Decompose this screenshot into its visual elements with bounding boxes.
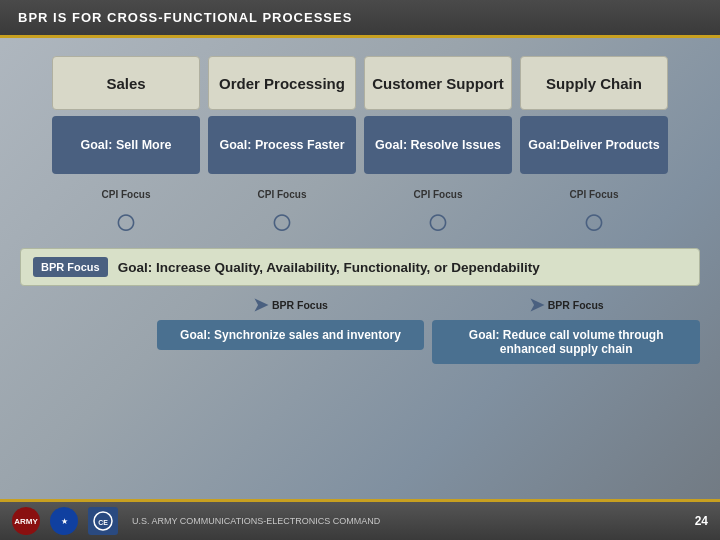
footer: ARMY ★ CE U.S. ARMY COMMUNICATIONS-ELECT… [0,502,720,540]
cpi-circle-supply: ○ [520,202,668,240]
bottom-row: ➤ BPR Focus Goal: Synchronize sales and … [20,294,700,364]
cpi-circle-order: ○ [208,202,356,240]
svg-text:CE: CE [98,519,108,526]
columns-row: Sales Goal: Sell More CPI Focus ○ Order … [20,56,700,242]
gold-bar [0,499,720,502]
bpr-goal-box-left: Goal: Synchronize sales and inventory [157,320,425,350]
bottom-bpr-left: ➤ BPR Focus Goal: Synchronize sales and … [157,294,425,364]
footer-org-text: U.S. ARMY COMMUNICATIONS-ELECTRONICS COM… [132,516,380,526]
cpi-circle-customer: ○ [364,202,512,240]
bpr-goal-box-right: Goal: Reduce call volume through enhance… [432,320,700,364]
bottom-spacer [20,294,149,364]
column-order-processing: Order Processing Goal: Process Faster CP… [208,56,356,242]
bpr-focus-bar: BPR Focus Goal: Increase Quality, Availa… [20,248,700,286]
bpr-arrow-left: ➤ BPR Focus [253,294,328,316]
cpi-area-sales: CPI Focus ○ [52,180,200,242]
logo-cecom: CE [88,507,118,535]
column-customer-support: Customer Support Goal: Resolve Issues CP… [364,56,512,242]
goal-box-customer: Goal: Resolve Issues [364,116,512,174]
cpi-circle-sales: ○ [52,202,200,240]
col-header-customer: Customer Support [364,56,512,110]
arrow-right-icon-2: ➤ [529,294,544,316]
col-header-supply: Supply Chain [520,56,668,110]
cecom-icon: CE [92,510,114,532]
goal-box-sales: Goal: Sell More [52,116,200,174]
bpr-bar-text: Goal: Increase Quality, Availability, Fu… [118,260,540,275]
column-sales: Sales Goal: Sell More CPI Focus ○ [52,56,200,242]
arrow-right-icon: ➤ [253,294,268,316]
header-title: BPR IS FOR CROSS-FUNCTIONAL PROCESSES [18,10,352,25]
cpi-area-supply: CPI Focus ○ [520,180,668,242]
cpi-area-order: CPI Focus ○ [208,180,356,242]
col-header-sales: Sales [52,56,200,110]
bpr-focus-label: BPR Focus [33,257,108,277]
goal-box-supply: Goal:Deliver Products [520,116,668,174]
page-number: 24 [695,514,708,528]
logo-army: ARMY [12,507,40,535]
column-supply-chain: Supply Chain Goal:Deliver Products CPI F… [520,56,668,242]
header-bar: BPR IS FOR CROSS-FUNCTIONAL PROCESSES [0,0,720,38]
bottom-bpr-right: ➤ BPR Focus Goal: Reduce call volume thr… [432,294,700,364]
main-content: Sales Goal: Sell More CPI Focus ○ Order … [0,38,720,374]
col-header-order: Order Processing [208,56,356,110]
cpi-area-customer: CPI Focus ○ [364,180,512,242]
goal-box-order: Goal: Process Faster [208,116,356,174]
logo-seal: ★ [50,507,78,535]
bpr-arrow-right: ➤ BPR Focus [529,294,604,316]
